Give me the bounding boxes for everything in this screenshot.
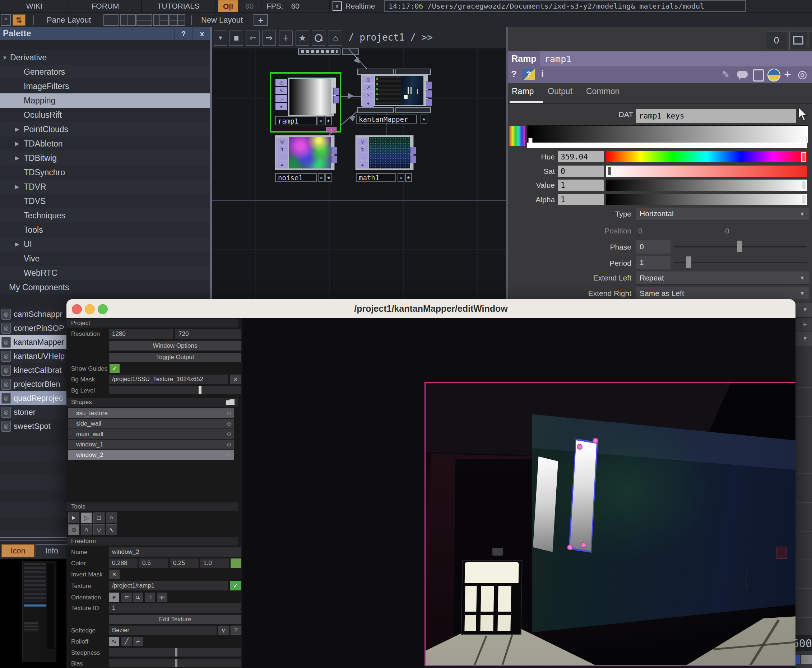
python-icon[interactable] <box>767 68 780 82</box>
node-output-connector[interactable] <box>333 88 339 95</box>
bias-slider[interactable] <box>109 659 241 667</box>
resolution-w-field[interactable]: 1280 <box>109 329 174 339</box>
timeline-options-button[interactable]: ... <box>801 655 812 664</box>
render-flag-icon[interactable]: → <box>276 154 288 160</box>
orientation-180-button[interactable]: F <box>133 593 143 602</box>
node-star-toggle[interactable]: ★ <box>421 115 428 124</box>
slider-handle[interactable] <box>175 648 177 656</box>
add-node-button[interactable]: + <box>279 30 293 46</box>
value-slider[interactable] <box>606 180 807 191</box>
slider-marker[interactable] <box>801 180 806 190</box>
viewer-flag-icon[interactable]: ◎ <box>357 137 368 145</box>
node-output-connector[interactable] <box>426 90 432 98</box>
freeform-section-header[interactable]: Freeform <box>67 537 238 546</box>
project-section-header[interactable]: Project <box>67 319 238 327</box>
timeline-marker[interactable] <box>795 655 800 664</box>
index-button[interactable]: 0 <box>766 32 787 49</box>
orientation-270-button[interactable]: F <box>145 593 155 602</box>
node-preview-ramp[interactable] <box>288 78 334 116</box>
rolloff-linear-button[interactable]: ╱ <box>121 637 132 646</box>
shape-row-window-2[interactable]: window_2⊙ <box>68 450 234 460</box>
clipped-node-label[interactable] <box>298 48 341 55</box>
tree-item-mapping[interactable]: Mapping <box>0 94 210 108</box>
node-kantanmapper[interactable]: ◎ ↗ × ● <box>361 74 428 106</box>
render-flag-icon[interactable]: → <box>276 95 287 102</box>
name-field[interactable]: window_2 <box>109 547 241 557</box>
eye-icon[interactable]: ⊙ <box>227 452 231 458</box>
tools-section-header[interactable]: Tools <box>67 503 238 511</box>
shape-row-side-wall[interactable]: side_wall⊙ <box>68 419 234 429</box>
node-output-connector[interactable] <box>426 82 432 89</box>
control-point[interactable] <box>567 544 573 550</box>
network-menu-button[interactable]: ▼ <box>214 30 227 46</box>
network-editor[interactable]: ▼ ■ ⇐ ⇒ + ★ ⌂ / project1 / >> ◎ <box>212 27 506 299</box>
sat-slider[interactable] <box>606 165 807 177</box>
node-name-plate[interactable]: kantanMapper <box>356 115 417 124</box>
slider-handle[interactable] <box>175 659 177 667</box>
tool-freeform-button[interactable]: ○ <box>106 513 117 523</box>
clone-flag-icon[interactable]: ↗ <box>363 84 374 91</box>
back-button[interactable]: ⇐ <box>246 30 260 46</box>
node-output-connector[interactable] <box>410 155 416 163</box>
tree-item-vive[interactable]: Vive <box>0 251 210 266</box>
tab-common[interactable]: Common <box>586 87 620 96</box>
toggle-output-button[interactable]: Toggle Output <box>109 353 241 362</box>
add-parameter-icon[interactable]: + <box>784 67 791 81</box>
show-guides-checkbox[interactable]: ✓ <box>110 364 120 373</box>
period-field[interactable]: 1 <box>636 256 670 269</box>
node-extension-box[interactable] <box>395 107 431 113</box>
alpha-slider[interactable] <box>606 194 807 205</box>
control-point[interactable] <box>581 542 586 548</box>
layout-preset-single[interactable] <box>104 14 119 26</box>
menu-wiki[interactable]: WIKI <box>0 0 69 12</box>
tree-arrow-icon[interactable]: ▼ <box>2 55 10 61</box>
node-math1[interactable]: ◎ ↯ → ● <box>355 135 414 170</box>
ramp-alpha-strip[interactable] <box>527 143 807 148</box>
phase-field[interactable]: 0 <box>636 240 670 254</box>
orientation-flip-button[interactable]: FF <box>157 593 167 602</box>
palette-close-button[interactable]: x <box>192 27 211 40</box>
shapes-section-header[interactable]: Shapes <box>67 398 238 407</box>
rate-field[interactable]: 60 <box>238 0 261 12</box>
node-flags[interactable]: ◎ ↗ × ● <box>363 76 374 107</box>
node-expand-button[interactable]: ↓ <box>326 127 336 132</box>
color-a-field[interactable]: 1.0 <box>200 558 229 568</box>
slider-marker[interactable] <box>607 166 612 176</box>
minimize-window-button[interactable] <box>85 304 95 314</box>
shape-row-window-1[interactable]: window_1⊙ <box>68 439 234 450</box>
tab-output[interactable]: Output <box>548 87 573 96</box>
oi-toggle-button[interactable]: O|I <box>218 0 238 13</box>
forward-button[interactable]: ⇒ <box>262 30 276 46</box>
tree-item-tdableton[interactable]: ▶TDAbleton <box>0 137 210 151</box>
resolution-h-field[interactable]: 720 <box>175 329 241 339</box>
tool-pen-button[interactable]: ▽ <box>94 524 105 535</box>
bypass-flag-icon[interactable]: ↯ <box>276 145 288 153</box>
tree-item-oculusrift[interactable]: OculusRift <box>0 108 210 122</box>
bg-mask-field[interactable]: /project1/SSU_Texture_1024x652 <box>109 374 228 384</box>
dock-button[interactable]: ⇅ <box>13 14 25 26</box>
color-r-field[interactable]: 0.288 <box>109 558 137 568</box>
slider-handle[interactable] <box>199 386 202 394</box>
fps-field[interactable]: FPS: 60 <box>261 0 330 12</box>
color-g-field[interactable]: 0.5 <box>139 558 169 568</box>
menu-forum[interactable]: FORUM <box>69 0 142 12</box>
status-path-field[interactable]: 14:17:06 /Users/gracegwozdz/Documents/ix… <box>384 0 746 12</box>
tree-item-tdbitwig[interactable]: ▶TDBitwig <box>0 151 210 165</box>
breadcrumb[interactable]: / project1 / >> <box>348 32 433 43</box>
search-button[interactable] <box>312 30 325 46</box>
node-name-plate[interactable]: ramp1 <box>275 116 317 125</box>
realtime-toggle[interactable]: x Realtime <box>325 0 383 12</box>
help-icon[interactable]: ? <box>511 68 517 80</box>
orientation-0-button[interactable]: F <box>109 593 119 602</box>
tree-item-techniques[interactable]: Techniques <box>0 208 210 223</box>
tree-item-tdvr[interactable]: ▶TDVR <box>0 180 210 194</box>
tool-edit-points-button[interactable]: ▷ <box>81 513 92 523</box>
type-dropdown[interactable]: Horizontal ▼ <box>636 207 809 220</box>
shape-row-ssu-texture[interactable]: ssu_texture⊙ <box>68 408 234 418</box>
python-help-icon[interactable]: ? <box>523 68 535 80</box>
color-swatch[interactable] <box>231 558 241 568</box>
node-output-connector[interactable] <box>333 96 339 104</box>
rolloff-bezier-button[interactable]: ∿ <box>109 637 119 646</box>
bypass-flag-icon[interactable]: ↯ <box>357 145 368 153</box>
tree-item-derivative[interactable]: ▼Derivative <box>0 50 210 65</box>
